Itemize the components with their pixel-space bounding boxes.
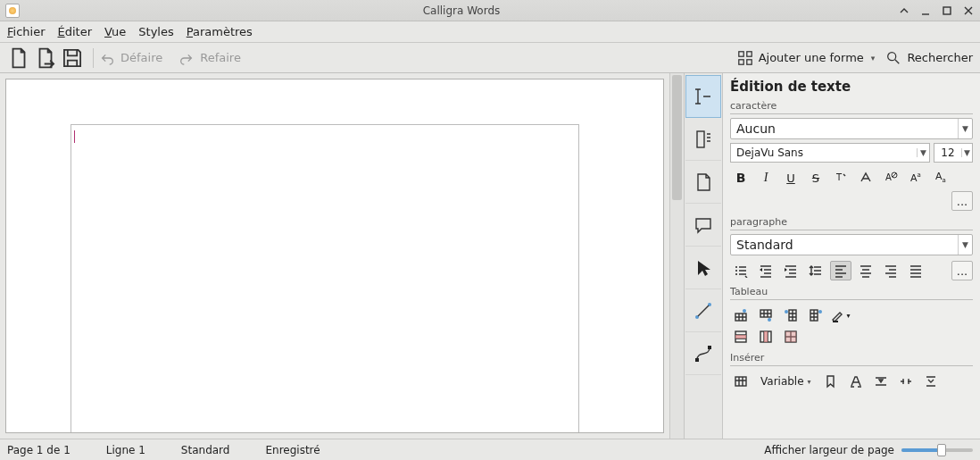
insert-link-button[interactable] [895,372,917,391]
side-panel: Édition de texte caractère Aucun ▼ DejaV… [723,73,980,439]
subscript-button[interactable]: Aa [930,168,951,188]
chevron-down-icon: ▼ [958,119,972,138]
table-merge-button[interactable] [780,327,801,347]
tool-connect[interactable] [685,289,721,332]
font-size-combo[interactable]: 12 ▼ [934,143,973,163]
svg-point-5 [888,52,896,60]
new-button[interactable] [7,46,30,70]
clear-format-button[interactable]: A [880,168,901,188]
italic-button[interactable]: I [755,168,777,188]
insert-section-button[interactable] [920,372,942,391]
superscript-button[interactable]: Aa [905,168,926,188]
minimize-button[interactable] [919,4,932,17]
table-border-button[interactable]: ▾ [830,305,851,325]
strikethrough-button[interactable]: S [805,168,826,188]
menu-edit[interactable]: Éditer [58,25,93,38]
svg-rect-4 [746,59,751,63]
panel-title: Édition de texte [730,79,973,95]
status-saved: Enregistré [265,444,320,456]
menu-view[interactable]: Vue [104,25,126,38]
table-insert-col-left[interactable] [780,305,801,325]
open-button[interactable] [34,46,57,70]
document-page[interactable] [71,124,579,433]
underline-button[interactable]: U [780,168,801,188]
svg-point-15 [735,270,737,272]
section-table: Tableau [730,286,973,300]
svg-rect-2 [746,51,751,55]
svg-rect-9 [695,358,699,362]
para-style-combo[interactable]: Standard ▼ [730,234,973,255]
redo-label: Refaire [200,51,241,64]
status-page: Page 1 de 1 [7,444,71,456]
undo-button[interactable]: Défaire [99,50,162,66]
align-justify-button[interactable] [905,261,926,280]
tool-path-edit[interactable] [685,332,721,375]
chevron-down-icon: ▼ [917,148,929,157]
status-line: Ligne 1 [106,444,145,456]
indent-decrease-button[interactable] [755,261,777,280]
menu-styles[interactable]: Styles [138,25,173,38]
vertical-scrollbar[interactable] [669,73,684,439]
svg-rect-26 [735,335,746,339]
bold-button[interactable]: B [730,168,752,188]
table-delete-row[interactable] [730,327,752,347]
zoom-slider[interactable] [901,448,973,452]
status-zoom-mode[interactable]: Afficher largeur de page [764,444,894,456]
align-left-button[interactable] [830,261,851,280]
insert-special-char-button[interactable] [845,372,867,391]
search-button[interactable]: Rechercher [885,50,973,66]
tool-select[interactable] [685,247,721,289]
window-title: Calligra Words [25,4,898,17]
insert-table-button[interactable] [730,372,752,391]
menu-file[interactable]: Fichier [7,25,46,38]
text-cursor [74,130,75,143]
menu-settings[interactable]: Paramètres [187,25,253,38]
status-style: Standard [181,444,230,456]
menu-bar: Fichier Éditer Vue Styles Paramètres [0,21,980,43]
tool-references[interactable] [685,118,721,161]
highlight-button[interactable] [855,168,876,188]
text-color-button[interactable]: T [830,168,851,188]
section-paragraph: paragraphe [730,216,973,230]
chevron-down-icon: ▼ [958,235,972,255]
chevron-down-icon: ▾ [871,54,876,63]
tool-text-edit[interactable] [685,75,721,118]
table-delete-col[interactable] [755,327,777,347]
undo-label: Défaire [120,51,162,64]
insert-bookmark-button[interactable] [820,372,842,391]
svg-point-14 [735,266,737,268]
svg-rect-3 [738,59,743,63]
line-spacing-button[interactable] [805,261,826,280]
font-family-combo[interactable]: DejaVu Sans ▼ [730,143,930,163]
svg-rect-30 [785,331,796,342]
char-more-button[interactable]: ... [951,191,973,211]
insert-pagebreak-button[interactable] [870,372,892,391]
table-insert-col-right[interactable] [805,305,826,325]
document-area[interactable] [0,73,669,439]
add-shape-button[interactable]: Ajouter une forme ▾ [737,50,876,66]
svg-rect-6 [697,131,704,147]
tool-page-layout[interactable] [685,161,721,204]
rollup-button[interactable] [898,4,910,17]
align-center-button[interactable] [855,261,876,280]
svg-text:T: T [835,172,843,182]
char-style-combo[interactable]: Aucun ▼ [730,118,973,139]
para-more-button[interactable]: ... [951,261,973,280]
table-insert-row-below[interactable] [755,305,777,325]
tool-comment[interactable] [685,204,721,247]
svg-rect-0 [943,7,951,14]
close-button[interactable] [962,4,975,17]
svg-rect-10 [708,346,711,349]
svg-rect-1 [738,51,743,55]
maximize-button[interactable] [941,4,953,17]
tool-tabs [684,73,723,439]
align-right-button[interactable] [880,261,901,280]
save-button[interactable] [61,46,84,70]
redo-button[interactable]: Refaire [179,50,241,66]
add-shape-label: Ajouter une forme [759,51,864,64]
list-bullet-button[interactable] [730,261,752,280]
table-insert-row-above[interactable] [730,305,752,325]
title-bar: Calligra Words [0,0,980,21]
indent-increase-button[interactable] [780,261,801,280]
insert-variable-button[interactable]: Variable▾ [755,372,817,391]
